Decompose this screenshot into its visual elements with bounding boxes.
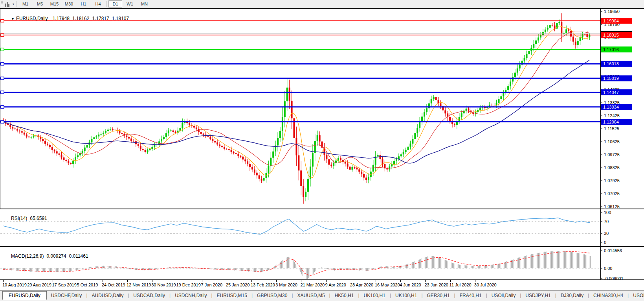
main-chart-canvas[interactable]: 1.196501.187501.178501.169501.160251.151…: [0, 8, 644, 209]
bull-candle: [538, 37, 539, 40]
price-tick-label: 1.09725: [604, 152, 620, 157]
bull-candle: [396, 159, 397, 161]
chart-title: ▼EURUSD,Daily1.179481.181621.178171.1810…: [3, 10, 129, 27]
macd-canvas[interactable]: 0.0145560.00-0.009001: [0, 246, 644, 280]
line-drag-handle[interactable]: [1, 77, 4, 79]
chart-tab-eurusd-daily[interactable]: EURUSD,Daily: [2, 291, 47, 300]
bear-candle: [449, 117, 451, 120]
bull-candle: [75, 157, 76, 161]
date-tick: [53, 280, 53, 282]
bull-candle: [338, 158, 339, 161]
bear-candle: [247, 161, 248, 164]
bear-candle: [494, 105, 495, 105]
macd-indicator-panel[interactable]: 0.0145560.00-0.009001 MACD(12,26,9)0.009…: [0, 246, 644, 280]
chart-tab-audusd-daily[interactable]: AUDUSD,Daily: [88, 292, 128, 299]
rsi-canvas[interactable]: 10070300: [0, 209, 644, 246]
chart-tab-uk100-h1[interactable]: UK100,H1: [360, 292, 390, 299]
chart-tab-usoil-daily[interactable]: USOil,Daily: [487, 292, 520, 299]
bull-candle: [391, 164, 393, 167]
bull-candle: [542, 32, 544, 35]
line-drag-handle[interactable]: [1, 91, 4, 94]
bull-candle: [333, 163, 334, 166]
bear-candle: [231, 150, 232, 152]
bull-candle: [151, 147, 153, 149]
bull-candle: [545, 30, 546, 32]
timeframe-button-h1[interactable]: H1: [77, 0, 90, 7]
line-drag-handle[interactable]: [1, 63, 4, 65]
bull-candle: [77, 155, 79, 157]
bull-candle: [498, 99, 499, 103]
bear-candle: [128, 137, 130, 138]
timeframe-button-mn[interactable]: MN: [138, 0, 151, 7]
timeframe-button-m15[interactable]: M15: [48, 0, 61, 7]
timeframe-button-m1[interactable]: M1: [18, 0, 32, 7]
bear-candle: [172, 131, 174, 132]
timeframe-button-h4[interactable]: H4: [91, 0, 105, 7]
line-drag-handle[interactable]: [1, 105, 4, 108]
timeframe-button-d1[interactable]: D1: [108, 0, 122, 7]
chart-tab-gbpusd-m30[interactable]: GBPUSD,M30: [253, 292, 292, 299]
bull-candle: [158, 141, 160, 144]
rsi-indicator-panel[interactable]: 10070300 RSI(14)65.6591: [0, 209, 644, 246]
date-tick: [152, 280, 152, 282]
bear-candle: [554, 26, 556, 29]
rsi-value: 65.6591: [30, 216, 47, 221]
chart-tab-usdjpy-h1[interactable]: USDJPY,H1: [521, 292, 555, 299]
bear-candle: [12, 127, 13, 128]
bear-candle: [209, 137, 211, 139]
chart-tab-usdcnh-daily[interactable]: USDCNH,Daily: [171, 292, 211, 299]
line-drag-handle[interactable]: [1, 34, 4, 37]
bear-candle: [244, 159, 246, 161]
chart-tab-dj30-daily[interactable]: DJ30,Daily: [556, 292, 588, 299]
bear-candle: [552, 25, 553, 25]
bull-candle: [312, 153, 314, 166]
bull-candle: [419, 122, 420, 128]
ohlc-high: 1.18162: [72, 16, 89, 21]
timeframe-button-m30[interactable]: M30: [62, 0, 76, 7]
line-drag-handle[interactable]: [1, 48, 4, 51]
bull-candle: [410, 144, 411, 147]
macd-tick-label: 0.00: [604, 266, 612, 271]
date-label: 21 Mar 2020: [300, 283, 325, 287]
chart-type-icon[interactable]: [4, 1, 12, 7]
macd-title: MACD(12,26,9)0.0092740.011461: [3, 248, 88, 264]
bear-candle: [26, 135, 28, 137]
bear-candle: [207, 136, 209, 137]
chart-tab-ger30-h1[interactable]: GER30,H1: [423, 292, 454, 299]
date-tick: [351, 280, 351, 282]
bull-candle: [165, 133, 167, 137]
bear-candle: [138, 144, 139, 146]
rsi-title: RSI(14)65.6591: [3, 210, 47, 227]
bull-candle: [317, 135, 318, 141]
price-tick-label: 1.06125: [604, 204, 620, 209]
bull-candle: [398, 156, 400, 159]
bear-candle: [584, 34, 586, 35]
date-tick: [78, 280, 78, 282]
chart-tab-hk50-h1[interactable]: HK50,H1: [330, 292, 358, 299]
chart-tab-eurusd-m15[interactable]: EURUSD,M15: [213, 292, 251, 299]
timeframe-button-m5[interactable]: M5: [33, 0, 47, 7]
chevron-down-icon[interactable]: ▾: [13, 2, 14, 6]
chart-tab-usdchf-daily[interactable]: USDCHF,Daily: [47, 292, 86, 299]
rsi-line: [3, 218, 590, 235]
bear-candle: [354, 167, 355, 168]
chart-tab-china300-h4[interactable]: CHINA300,H4: [589, 292, 627, 299]
date-axis[interactable]: 10 Aug 201929 Aug 201917 Sep 20195 Oct 2…: [0, 280, 644, 290]
price-label-blue-text: 1.13034: [603, 105, 619, 109]
chart-tab-usoil-h[interactable]: USOil,H: [629, 292, 644, 299]
bear-candle: [51, 147, 53, 150]
chart-tab-xauusd-m5[interactable]: XAUUSD,M5: [293, 292, 329, 299]
chart-tab-usdcad-daily[interactable]: USDCAD,Daily: [129, 292, 169, 299]
bull-candle: [577, 41, 579, 45]
chart-tab-uk100-h1[interactable]: UK100,H1: [391, 292, 421, 299]
main-chart-panel[interactable]: 1.196501.187501.178501.169501.160251.151…: [0, 8, 644, 209]
bull-candle: [496, 103, 497, 105]
bear-candle: [214, 141, 216, 142]
bear-candle: [126, 136, 127, 137]
toolbar-grip-handle[interactable]: [1, 1, 3, 7]
collapse-objects-icon[interactable]: ▼: [11, 17, 15, 21]
bear-candle: [21, 131, 23, 133]
line-drag-handle[interactable]: [1, 120, 4, 123]
timeframe-button-w1[interactable]: W1: [123, 0, 137, 7]
chart-tab-fra40-h1[interactable]: FRA40,H1: [455, 292, 486, 299]
